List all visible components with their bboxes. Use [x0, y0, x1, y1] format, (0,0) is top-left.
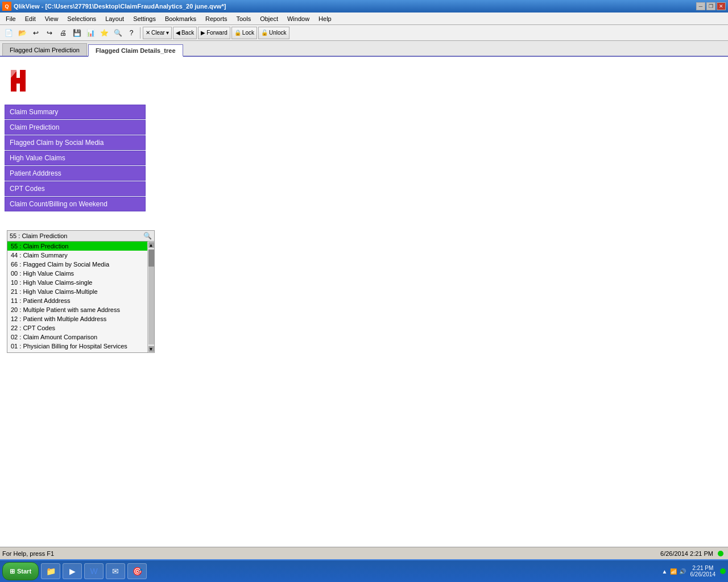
- menu-reports[interactable]: Reports: [201, 13, 232, 24]
- tray-icon-1: ▲: [662, 568, 668, 575]
- listbox-item[interactable]: 66 : Flagged Claim by Social Media: [7, 260, 147, 269]
- start-button[interactable]: ⊞ Start: [2, 562, 39, 580]
- taskbar-app-target[interactable]: 🎯: [127, 563, 147, 579]
- listbox-item[interactable]: 12 : Patient with Multiple Adddress: [7, 314, 147, 323]
- menu-help[interactable]: Help: [314, 13, 336, 24]
- listbox-item[interactable]: 01 : Physician Billing for Hospital Serv…: [7, 342, 147, 351]
- back-button[interactable]: ◀ Back: [173, 27, 197, 39]
- listbox-item[interactable]: 44 : Claim Summary: [7, 251, 147, 260]
- nav-flagged-claim-social[interactable]: Flagged Claim by Social Media: [5, 135, 146, 150]
- search-button[interactable]: 🔍: [111, 27, 124, 39]
- listbox-claim-prediction: 55 : Claim Prediction 🔍 55 : Claim Predi…: [7, 230, 155, 353]
- spacer: [2, 214, 726, 226]
- lock-icon: 🔒: [234, 30, 241, 36]
- status-bar: For Help, press F1 6/26/2014 2:21 PM: [0, 547, 728, 559]
- nav-patient-address[interactable]: Patient Adddress: [5, 166, 146, 181]
- print-button[interactable]: 🖨: [57, 27, 69, 39]
- outlook-icon: ✉: [111, 567, 120, 576]
- clock-time: 2:21 PM: [690, 565, 716, 571]
- menu-layout[interactable]: Layout: [101, 13, 129, 24]
- listbox-item[interactable]: 00 : High Value Claims: [7, 269, 147, 278]
- menu-settings[interactable]: Settings: [129, 13, 160, 24]
- listbox-scroll[interactable]: 55 : Claim Prediction 44 : Claim Summary…: [7, 242, 147, 352]
- menu-edit[interactable]: Edit: [20, 13, 40, 24]
- new-button[interactable]: 📄: [2, 27, 15, 39]
- word-icon: W: [89, 567, 98, 576]
- save-button[interactable]: 💾: [71, 27, 83, 39]
- unlock-icon: 🔓: [261, 30, 268, 36]
- minimize-button[interactable]: ─: [696, 2, 705, 10]
- menu-selections[interactable]: Selections: [63, 13, 101, 24]
- status-indicator: [718, 551, 723, 556]
- target-icon: 🎯: [133, 567, 142, 576]
- listbox-item[interactable]: 11 : Patient Adddress: [7, 296, 147, 305]
- tab-flagged-claim-details[interactable]: Flagged Claim Details_tree: [88, 44, 183, 57]
- star-button[interactable]: ⭐: [98, 27, 110, 39]
- chart-button[interactable]: 📊: [84, 27, 97, 39]
- clear-button[interactable]: ✕ Clear ▾: [143, 27, 172, 39]
- menu-bar: File Edit View Selections Layout Setting…: [0, 13, 728, 25]
- unlock-button[interactable]: 🔓 Unlock: [258, 27, 289, 39]
- network-icon: 📶: [670, 568, 677, 575]
- taskbar-status-indicator: [720, 568, 726, 574]
- listbox-search-icon[interactable]: 🔍: [143, 232, 152, 240]
- close-button[interactable]: ✕: [717, 2, 726, 10]
- open-button[interactable]: 📂: [16, 27, 28, 39]
- listbox-item[interactable]: 21 : High Value Claims-Multiple: [7, 287, 147, 296]
- taskbar-left: ⊞ Start 📁 ▶ W ✉ 🎯: [2, 562, 147, 580]
- taskbar-app-media[interactable]: ▶: [63, 563, 82, 579]
- nav-claim-count-billing[interactable]: Claim Count/Billing on Weekend: [5, 197, 146, 211]
- scroll-up-button[interactable]: ▲: [148, 242, 154, 248]
- listbox-item[interactable]: 10 : High Value Claims-single: [7, 278, 147, 287]
- menu-file[interactable]: File: [1, 13, 20, 24]
- tab-bar: Flagged Claim Prediction Flagged Claim D…: [0, 41, 728, 57]
- content-area: Claim Summary Claim Prediction Flagged C…: [0, 57, 728, 559]
- clear-icon: ✕: [146, 30, 150, 36]
- taskbar-clock[interactable]: 2:21 PM 6/26/2014: [690, 565, 716, 577]
- listbox-item[interactable]: 22 : CPT Codes: [7, 323, 147, 332]
- scroll-thumb[interactable]: [148, 250, 154, 267]
- explorer-icon: 📁: [46, 567, 55, 576]
- title-bar: Q QlikView - [C:\Users\27791\Desktop\Cla…: [0, 0, 728, 13]
- main-content: Claim Summary Claim Prediction Flagged C…: [0, 57, 728, 559]
- undo-button[interactable]: ↩: [30, 27, 42, 39]
- logo-area: [7, 64, 47, 98]
- clock-date: 6/26/2014: [690, 571, 716, 577]
- nav-claim-prediction[interactable]: Claim Prediction: [5, 120, 146, 135]
- listbox-item[interactable]: 55 : Claim Prediction: [7, 242, 147, 251]
- volume-icon: 🔊: [679, 568, 686, 575]
- restore-button[interactable]: ❐: [706, 2, 715, 10]
- scroll-track: [148, 250, 154, 344]
- clear-dropdown-icon: ▾: [166, 30, 169, 36]
- forward-button[interactable]: ▶ Forward: [198, 27, 230, 39]
- menu-window[interactable]: Window: [283, 13, 314, 24]
- listbox-item[interactable]: 20 : Multiple Patient with same Address: [7, 305, 147, 314]
- redo-button[interactable]: ↪: [43, 27, 56, 39]
- taskbar-right: ▲ 📶 🔊 2:21 PM 6/26/2014: [662, 565, 726, 577]
- nav-cpt-codes[interactable]: CPT Codes: [5, 181, 146, 196]
- menu-object[interactable]: Object: [255, 13, 283, 24]
- listbox-item[interactable]: 02 : Claim Amount Comparison: [7, 332, 147, 342]
- status-indicator-container: [718, 551, 723, 556]
- nav-claim-summary[interactable]: Claim Summary: [5, 105, 146, 119]
- scroll-down-button[interactable]: ▼: [148, 346, 154, 352]
- menu-bookmarks[interactable]: Bookmarks: [160, 13, 201, 24]
- taskbar-app-word[interactable]: W: [84, 563, 104, 579]
- menu-view[interactable]: View: [40, 13, 63, 24]
- back-icon: ◀: [176, 30, 180, 36]
- forward-icon: ▶: [201, 30, 205, 36]
- svg-rect-2: [20, 70, 26, 92]
- tab-flagged-claim-prediction[interactable]: Flagged Claim Prediction: [2, 43, 87, 56]
- taskbar-app-explorer[interactable]: 📁: [41, 563, 60, 579]
- taskbar-app-outlook[interactable]: ✉: [106, 563, 125, 579]
- menu-tools[interactable]: Tools: [231, 13, 255, 24]
- nav-high-value-claims[interactable]: High Value Claims: [5, 151, 146, 165]
- media-icon: ▶: [68, 567, 77, 576]
- help-button[interactable]: ?: [125, 27, 138, 39]
- listbox-item[interactable]: 03 : Top 10 Flagged Providers: [7, 351, 147, 352]
- title-bar-left: Q QlikView - [C:\Users\27791\Desktop\Cla…: [2, 2, 226, 11]
- lock-button[interactable]: 🔒 Lock: [231, 27, 257, 39]
- navigation-menu: Claim Summary Claim Prediction Flagged C…: [5, 105, 146, 212]
- datetime-display: 6/26/2014 2:21 PM: [660, 550, 713, 557]
- listbox-scrollbar[interactable]: ▲ ▼: [147, 242, 154, 352]
